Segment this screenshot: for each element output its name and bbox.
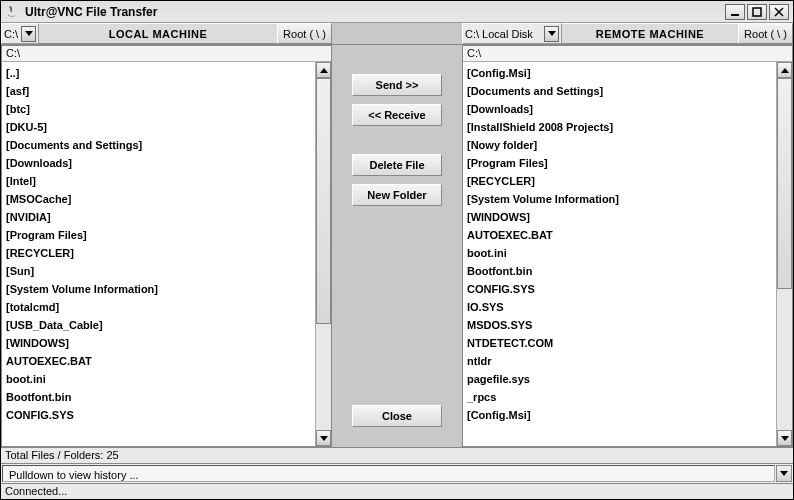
body: C:\ [..][asf][btc][DKU-5][Documents and …	[1, 45, 793, 447]
connection-status: Connected...	[1, 483, 793, 499]
list-item[interactable]: [USB_Data_Cable]	[6, 316, 311, 334]
list-item[interactable]: [RECYCLER]	[6, 244, 311, 262]
list-item[interactable]: [Downloads]	[6, 154, 311, 172]
list-item[interactable]: AUTOEXEC.BAT	[467, 226, 772, 244]
action-panel: Send >> << Receive Delete File New Folde…	[332, 45, 462, 447]
list-item[interactable]: NTDETECT.COM	[467, 334, 772, 352]
list-item[interactable]: [System Volume Information]	[467, 190, 772, 208]
list-item[interactable]: [Documents and Settings]	[467, 82, 772, 100]
list-item[interactable]: [WINDOWS]	[467, 208, 772, 226]
list-item[interactable]: [System Volume Information]	[6, 280, 311, 298]
scroll-down-button[interactable]	[316, 430, 331, 446]
list-item[interactable]: pagefile.sys	[467, 370, 772, 388]
list-item[interactable]: [Downloads]	[467, 100, 772, 118]
list-item[interactable]: CONFIG.SYS	[6, 406, 311, 424]
scroll-track[interactable]	[777, 78, 792, 430]
local-header: LOCAL MACHINE	[39, 23, 277, 44]
list-item[interactable]: [..]	[6, 64, 311, 82]
list-item[interactable]: [Program Files]	[467, 154, 772, 172]
titlebar: Ultr@VNC File Transfer	[1, 1, 793, 23]
window-buttons	[725, 4, 789, 20]
remote-path: C:\	[463, 46, 792, 62]
list-item[interactable]: [DKU-5]	[6, 118, 311, 136]
list-item[interactable]: boot.ini	[467, 244, 772, 262]
list-item[interactable]: _rpcs	[467, 388, 772, 406]
toolbar: C:\ LOCAL MACHINE Root ( \ ) C:\ Local D…	[1, 23, 793, 45]
local-scrollbar[interactable]	[315, 62, 331, 446]
list-item[interactable]: [MSOCache]	[6, 190, 311, 208]
chevron-down-icon	[544, 26, 559, 42]
list-item[interactable]: [Config.Msi]	[467, 64, 772, 82]
list-item[interactable]: MSDOS.SYS	[467, 316, 772, 334]
window-title: Ultr@VNC File Transfer	[25, 5, 725, 19]
local-root-button[interactable]: Root ( \ )	[277, 23, 332, 44]
scroll-up-button[interactable]	[777, 62, 792, 78]
list-item[interactable]: [asf]	[6, 82, 311, 100]
remote-header: REMOTE MACHINE	[562, 23, 738, 44]
local-pane: C:\ [..][asf][btc][DKU-5][Documents and …	[1, 45, 332, 447]
list-item[interactable]: [Program Files]	[6, 226, 311, 244]
list-item[interactable]: [InstallShield 2008 Projects]	[467, 118, 772, 136]
list-item[interactable]: AUTOEXEC.BAT	[6, 352, 311, 370]
minimize-button[interactable]	[725, 4, 745, 20]
list-item[interactable]: [Nowy folder]	[467, 136, 772, 154]
list-item[interactable]: [WINDOWS]	[6, 334, 311, 352]
list-item[interactable]: [Intel]	[6, 172, 311, 190]
local-drive-label: C:\	[4, 28, 21, 40]
close-window-button[interactable]	[769, 4, 789, 20]
close-button[interactable]: Close	[352, 405, 442, 427]
remote-pane: C:\ [Config.Msi][Documents and Settings]…	[462, 45, 793, 447]
list-item[interactable]: [Config.Msi]	[467, 406, 772, 424]
send-button[interactable]: Send >>	[352, 74, 442, 96]
scroll-down-button[interactable]	[777, 430, 792, 446]
local-file-list[interactable]: [..][asf][btc][DKU-5][Documents and Sett…	[2, 62, 315, 446]
list-item[interactable]: [totalcmd]	[6, 298, 311, 316]
remote-file-list[interactable]: [Config.Msi][Documents and Settings][Dow…	[463, 62, 776, 446]
toolbar-remote: C:\ Local Disk REMOTE MACHINE Root ( \ )	[462, 23, 793, 44]
local-list-wrap: [..][asf][btc][DKU-5][Documents and Sett…	[2, 62, 331, 446]
local-path: C:\	[2, 46, 331, 62]
remote-drive-label: C:\ Local Disk	[465, 28, 544, 40]
list-item[interactable]: boot.ini	[6, 370, 311, 388]
status-bar: Total Files / Folders: 25	[1, 447, 793, 463]
receive-button[interactable]: << Receive	[352, 104, 442, 126]
list-item[interactable]: [NVIDIA]	[6, 208, 311, 226]
scroll-up-button[interactable]	[316, 62, 331, 78]
list-item[interactable]: ntldr	[467, 352, 772, 370]
chevron-down-icon	[21, 26, 36, 42]
svg-rect-1	[753, 8, 761, 16]
scroll-track[interactable]	[316, 78, 331, 430]
app-window: Ultr@VNC File Transfer C:\ LOCAL MACHINE…	[0, 0, 794, 500]
list-item[interactable]: [btc]	[6, 100, 311, 118]
remote-root-button[interactable]: Root ( \ )	[738, 23, 793, 44]
toolbar-local: C:\ LOCAL MACHINE Root ( \ )	[1, 23, 332, 44]
maximize-button[interactable]	[747, 4, 767, 20]
list-item[interactable]: [RECYCLER]	[467, 172, 772, 190]
toolbar-gap	[332, 23, 462, 44]
list-item[interactable]: Bootfont.bin	[6, 388, 311, 406]
remote-scrollbar[interactable]	[776, 62, 792, 446]
remote-drive-select[interactable]: C:\ Local Disk	[462, 23, 562, 44]
new-folder-button[interactable]: New Folder	[352, 184, 442, 206]
delete-file-button[interactable]: Delete File	[352, 154, 442, 176]
list-item[interactable]: CONFIG.SYS	[467, 280, 772, 298]
history-dropdown-button[interactable]	[776, 465, 792, 482]
local-drive-select[interactable]: C:\	[1, 23, 39, 44]
history-bar: Pulldown to view history ...	[1, 463, 793, 483]
list-item[interactable]: Bootfont.bin	[467, 262, 772, 280]
svg-rect-0	[731, 14, 739, 16]
remote-list-wrap: [Config.Msi][Documents and Settings][Dow…	[463, 62, 792, 446]
list-item[interactable]: [Documents and Settings]	[6, 136, 311, 154]
list-item[interactable]: [Sun]	[6, 262, 311, 280]
history-dropdown[interactable]: Pulldown to view history ...	[2, 465, 775, 482]
list-item[interactable]: IO.SYS	[467, 298, 772, 316]
java-icon	[5, 5, 19, 19]
